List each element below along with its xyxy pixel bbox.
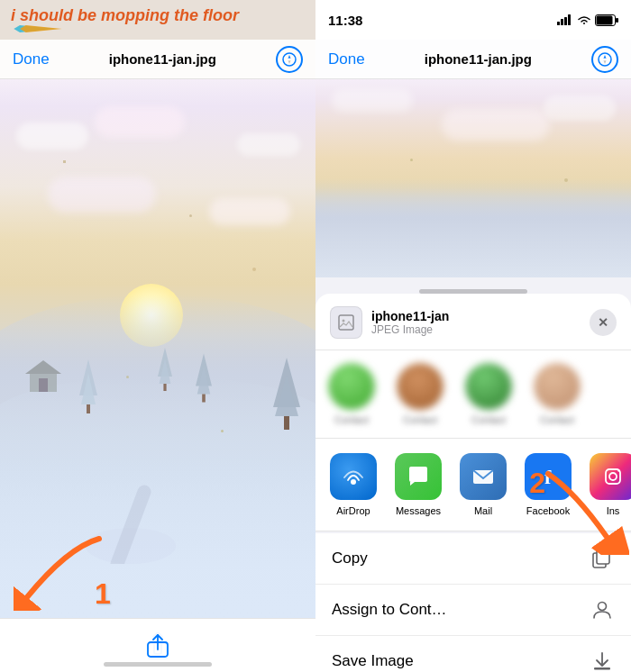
svg-rect-10: [163, 384, 166, 391]
assign-action-label: Assign to Cont…: [332, 601, 447, 619]
person-item-1[interactable]: Contact: [325, 363, 379, 425]
person-item-2[interactable]: Contact: [393, 363, 447, 425]
left-nav-bar: Done iphone11-jan.jpg: [0, 40, 316, 79]
tree-4: [273, 358, 300, 430]
svg-marker-34: [603, 55, 606, 59]
save-icon: [590, 649, 615, 672]
messages-icon-svg: [406, 464, 431, 489]
snow-dot-1: [63, 160, 66, 163]
airdrop-icon-svg: [341, 464, 366, 489]
right-image-area: [316, 79, 631, 277]
file-icon: [330, 306, 362, 339]
cabin: [25, 360, 61, 392]
share-sheet: iphone11-jan JPEG Image ✕ Contact Contac…: [316, 294, 631, 672]
person-avatar-1: [328, 363, 375, 410]
status-time: 11:38: [328, 13, 362, 28]
blog-arrow-icon: [11, 25, 65, 32]
snow-dot-4: [126, 376, 129, 378]
right-nav-action-icon[interactable]: [591, 46, 618, 73]
svg-marker-4: [288, 60, 290, 64]
right-nav-bar: Done iphone11-jan.jpg: [316, 40, 631, 79]
person-item-3[interactable]: Contact: [462, 363, 516, 425]
cloud-3: [237, 133, 300, 156]
person-name-4: Contact: [540, 414, 574, 425]
share-sheet-header: iphone11-jan JPEG Image ✕: [316, 294, 631, 350]
app-item-messages[interactable]: Messages: [389, 453, 447, 516]
mail-icon-svg: [471, 464, 496, 489]
svg-rect-48: [594, 667, 610, 670]
svg-rect-37: [340, 316, 352, 329]
compass-icon-right: [598, 52, 612, 67]
svg-rect-13: [202, 394, 206, 402]
tree-3: [196, 353, 212, 403]
left-home-indicator: [104, 662, 212, 667]
snow-dot-2: [189, 214, 192, 217]
messages-app-icon: [395, 453, 442, 500]
right-cloud-1: [332, 89, 413, 112]
file-info-text: iphone11-jan JPEG Image: [371, 309, 449, 336]
person-avatar-3: [465, 363, 512, 410]
right-done-button[interactable]: Done: [328, 50, 365, 68]
action-row-save[interactable]: Save Image: [316, 636, 631, 672]
svg-rect-32: [597, 15, 613, 24]
share-box-icon[interactable]: [147, 634, 169, 658]
tree-2: [158, 347, 172, 392]
people-row: Contact Contact Contact Co: [316, 350, 631, 439]
right-cloud-3: [544, 95, 616, 121]
close-button[interactable]: ✕: [590, 309, 617, 336]
person-item-4[interactable]: Contact: [530, 363, 584, 425]
messages-label: Messages: [396, 505, 441, 516]
blog-header-bar: i should be mopping the floor: [0, 0, 316, 40]
cloud-1: [16, 123, 88, 150]
person-avatar-4: [534, 363, 581, 410]
tree-1: [79, 359, 97, 413]
left-number-badge: 1: [95, 577, 111, 611]
person-avatar-2: [397, 363, 444, 410]
svg-rect-27: [561, 19, 563, 25]
svg-marker-1: [20, 25, 62, 32]
left-done-button[interactable]: Done: [13, 50, 50, 68]
cloud-4: [48, 177, 156, 213]
app-item-airdrop[interactable]: AirDrop: [325, 453, 382, 516]
person-icon-svg: [592, 600, 612, 620]
battery-icon: [595, 14, 618, 26]
snow-dot-5: [221, 430, 224, 432]
svg-rect-7: [87, 404, 90, 413]
svg-rect-28: [564, 17, 567, 25]
right-number-badge: 2: [529, 467, 545, 500]
home-bar: [419, 289, 527, 294]
svg-marker-17: [25, 360, 61, 374]
signal-icon: [557, 14, 573, 25]
svg-rect-26: [557, 22, 560, 25]
person-name-2: Contact: [403, 414, 437, 425]
svg-point-47: [599, 603, 607, 611]
svg-rect-29: [568, 14, 571, 25]
airdrop-label: AirDrop: [336, 505, 370, 516]
right-cloud-2: [442, 109, 550, 141]
person-name-3: Contact: [471, 414, 506, 425]
right-dot-1: [410, 159, 413, 161]
left-filename: iphone11-jan.jpg: [109, 51, 216, 67]
save-action-label: Save Image: [332, 652, 414, 670]
svg-rect-19: [39, 378, 48, 392]
status-icons: [557, 14, 618, 26]
cloud-5: [209, 198, 290, 225]
assign-icon: [590, 597, 615, 622]
svg-marker-3: [288, 55, 290, 59]
mail-label: Mail: [474, 505, 492, 516]
right-panel: 11:38 Done iphone11: [316, 0, 631, 672]
mail-app-icon: [460, 453, 507, 500]
action-row-assign[interactable]: Assign to Cont…: [316, 585, 631, 636]
left-nav-action-icon[interactable]: [276, 46, 303, 73]
svg-point-39: [351, 479, 356, 485]
svg-point-38: [343, 320, 345, 322]
person-name-1: Contact: [334, 414, 369, 425]
cloud-2: [95, 106, 185, 138]
file-image-icon: [337, 313, 355, 331]
file-type-label: JPEG Image: [371, 323, 449, 336]
blog-title: i should be mopping the floor: [11, 7, 239, 23]
svg-rect-31: [616, 18, 618, 23]
copy-action-label: Copy: [332, 549, 368, 568]
left-panel: i should be mopping the floor Done iphon…: [0, 0, 316, 672]
app-item-mail[interactable]: Mail: [454, 453, 512, 516]
